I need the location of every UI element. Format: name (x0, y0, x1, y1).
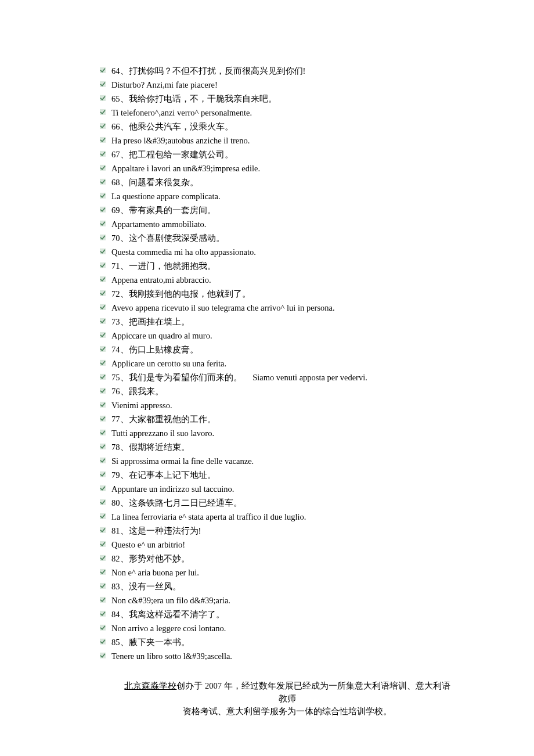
content-line: 68、问题看来很复杂。 (99, 175, 476, 189)
content-line: Vienimi appresso. (99, 398, 476, 412)
footer-text: 北京森淼学校创办于 2007 年，经过数年发展已经成为一所集意大利语培训、意大利… (99, 679, 476, 718)
line-text: Non e^ aria buona per lui. (111, 566, 199, 579)
content-line: La linea ferroviaria e^ stata aperta al … (99, 510, 476, 524)
content-line: 84、我离这样远看不清字了。 (99, 607, 476, 621)
content-line: Questo e^ un arbitrio! (99, 538, 476, 552)
line-text: 66、他乘公共汽车，没乘火车。 (111, 120, 233, 134)
content-line: Applicare un cerotto su una ferita. (99, 357, 476, 370)
content-line: Appena entrato,mi abbraccio. (99, 273, 476, 287)
content-line: Non arrivo a leggere cosi lontano. (99, 621, 476, 635)
content-line: Tutti apprezzano il suo lavoro. (99, 426, 476, 440)
content-line: Disturbo? Anzi,mi fate piacere! (99, 78, 476, 92)
line-text: La questione appare complicata. (111, 189, 221, 203)
line-text: Non arrivo a leggere cosi lontano. (111, 621, 226, 635)
line-text: Applicare un cerotto su una ferita. (111, 357, 226, 370)
line-text: 70、这个喜剧使我深受感动。 (111, 231, 225, 245)
line-text: Appartamento ammobiliato. (111, 217, 207, 231)
line-text: 84、我离这样远看不清字了。 (111, 607, 225, 621)
footer-text-part1: 创办于 2007 年，经过数年发展已经成为一所集意大利语培训、意大利语教师 (176, 681, 450, 703)
line-text: Appuntare un indirizzo sul taccuino. (111, 482, 234, 496)
line-text: 79、在记事本上记下地址。 (111, 468, 216, 482)
content-line: Appiccare un quadro al muro. (99, 329, 476, 343)
line-text: 71、一进门，他就拥抱我。 (111, 259, 216, 273)
content-line: 82、形势对他不妙。 (99, 552, 476, 566)
line-text: 83、没有一丝风。 (111, 579, 181, 593)
line-text: 81、这是一种违法行为! (111, 524, 201, 538)
line-text: 77、大家都重视他的工作。 (111, 412, 216, 426)
line-text: Non c&#39;era un filo d&#39;aria. (111, 593, 230, 607)
content-line: Appuntare un indirizzo sul taccuino. (99, 482, 476, 496)
line-text: 73、把画挂在墙上。 (111, 315, 190, 329)
content-line: 78、假期将近结束。 (99, 440, 476, 454)
line-text: Vienimi appresso. (111, 398, 172, 412)
line-text: 75、我们是专为看望你们而来的。 Siamo venuti apposta pe… (111, 370, 367, 384)
line-text: Ha preso l&#39;autobus anziche il treno. (111, 134, 250, 147)
line-text: Ti telefonero^,anzi verro^ personalmente… (111, 106, 252, 120)
line-text: 78、假期将近结束。 (111, 440, 190, 454)
line-text: 80、这条铁路七月二日已经通车。 (111, 496, 242, 510)
line-text: Disturbo? Anzi,mi fate piacere! (111, 78, 218, 92)
line-text: Appaltare i lavori an un&#39;impresa edi… (111, 161, 260, 175)
content-line: 69、带有家具的一套房间。 (99, 203, 476, 217)
content-line: 75、我们是专为看望你们而来的。 Siamo venuti apposta pe… (99, 370, 476, 384)
content-line: Non e^ aria buona per lui. (99, 566, 476, 579)
content-line: Non c&#39;era un filo d&#39;aria. (99, 593, 476, 607)
content-line: 74、伤口上贴橡皮膏。 (99, 343, 476, 357)
content-lines: 64、打扰你吗？不但不打扰，反而很高兴见到你们! Disturbo? Anzi,… (99, 64, 476, 663)
content-line: Appartamento ammobiliato. (99, 217, 476, 231)
line-text: Questa commedia mi ha olto appassionato. (111, 245, 256, 259)
line-text: Avevo appena ricevuto il suo telegrama c… (111, 301, 335, 315)
line-text: 64、打扰你吗？不但不打扰，反而很高兴见到你们! (111, 64, 305, 78)
document-page: 64、打扰你吗？不但不打扰，反而很高兴见到你们! Disturbo? Anzi,… (0, 0, 534, 753)
content-line: Appaltare i lavori an un&#39;impresa edi… (99, 161, 476, 175)
content-line: Ha preso l&#39;autobus anziche il treno. (99, 134, 476, 147)
content-line: 72、我刚接到他的电报，他就到了。 (99, 287, 476, 301)
content-line: 83、没有一丝风。 (99, 579, 476, 593)
content-line: 67、把工程包给一家建筑公司。 (99, 147, 476, 161)
content-line: 77、大家都重视他的工作。 (99, 412, 476, 426)
line-text: La linea ferroviaria e^ stata aperta al … (111, 510, 306, 524)
content-line: Tenere un libro sotto l&#39;ascella. (99, 649, 476, 663)
content-line: 81、这是一种违法行为! (99, 524, 476, 538)
line-text: Questo e^ un arbitrio! (111, 538, 185, 552)
content-line: Ti telefonero^,anzi verro^ personalmente… (99, 106, 476, 120)
content-line: La questione appare complicata. (99, 189, 476, 203)
line-text: 76、跟我来。 (111, 384, 164, 398)
content-line: 66、他乘公共汽车，没乘火车。 (99, 120, 476, 134)
footer-text-part2: 资格考试、意大利留学服务为一体的综合性培训学校。 (183, 707, 392, 716)
line-text: 65、我给你打电话，不，干脆我亲自来吧。 (111, 92, 277, 106)
line-text: Tenere un libro sotto l&#39;ascella. (111, 649, 232, 663)
content-line: 65、我给你打电话，不，干脆我亲自来吧。 (99, 92, 476, 106)
content-line: 71、一进门，他就拥抱我。 (99, 259, 476, 273)
line-text: Si approssima ormai la fine delle vacanz… (111, 454, 254, 468)
line-text: 85、腋下夹一本书。 (111, 635, 190, 649)
line-text: 82、形势对他不妙。 (111, 552, 190, 566)
line-text: 72、我刚接到他的电报，他就到了。 (111, 287, 251, 301)
content-line: 70、这个喜剧使我深受感动。 (99, 231, 476, 245)
line-text: Appiccare un quadro al muro. (111, 329, 212, 343)
footer-school-name: 北京森淼学校 (124, 681, 176, 690)
content-line: 73、把画挂在墙上。 (99, 315, 476, 329)
line-text: 69、带有家具的一套房间。 (111, 203, 216, 217)
content-line: Questa commedia mi ha olto appassionato. (99, 245, 476, 259)
line-text: Tutti apprezzano il suo lavoro. (111, 426, 214, 440)
line-text: 74、伤口上贴橡皮膏。 (111, 343, 199, 357)
content-line: Si approssima ormai la fine delle vacanz… (99, 454, 476, 468)
content-line: 76、跟我来。 (99, 384, 476, 398)
line-text: 68、问题看来很复杂。 (111, 175, 199, 189)
content-line: 80、这条铁路七月二日已经通车。 (99, 496, 476, 510)
content-line: 79、在记事本上记下地址。 (99, 468, 476, 482)
content-line: 64、打扰你吗？不但不打扰，反而很高兴见到你们! (99, 64, 476, 78)
line-text: Appena entrato,mi abbraccio. (111, 273, 211, 287)
content-line: Avevo appena ricevuto il suo telegrama c… (99, 301, 476, 315)
content-line: 85、腋下夹一本书。 (99, 635, 476, 649)
line-text: 67、把工程包给一家建筑公司。 (111, 147, 233, 161)
